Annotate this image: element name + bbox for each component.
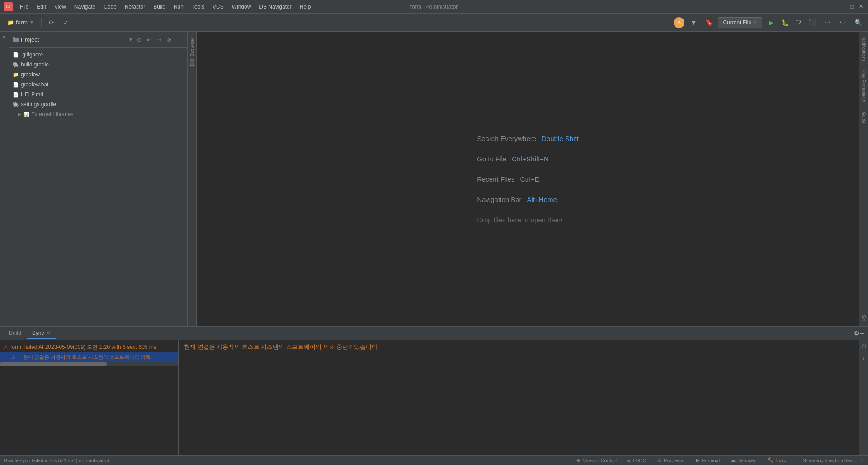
file-icon-gitignore: 📄 — [13, 52, 19, 58]
nav-bar-key: Alt+Home — [527, 196, 557, 203]
toolbar-separator-2 — [76, 18, 76, 27]
goto-file-label: Go to File — [477, 155, 506, 163]
build-left-scrollbar[interactable] — [0, 362, 178, 366]
redo-button[interactable]: ↪ — [836, 16, 849, 29]
commit-button[interactable]: ✓ — [60, 16, 72, 29]
menu-file[interactable]: File — [16, 3, 32, 11]
account-button[interactable]: ▼ — [687, 16, 700, 29]
debug-button[interactable]: 🐛 — [778, 16, 791, 29]
run-controls: ▶ 🐛 🛡 ⬛ — [765, 16, 818, 29]
statusbar-build[interactable]: 🔨 Build — [764, 457, 790, 464]
close-panel-button[interactable]: ─ — [175, 35, 184, 44]
build-log-list: ⚠ form: failed At 2023-05-09(009) 오전 1:2… — [0, 340, 179, 455]
build-item-failed[interactable]: ⚠ form: failed At 2023-05-09(009) 오전 1:2… — [0, 342, 178, 352]
statusbar-terminal[interactable]: ▶ Terminal — [692, 457, 724, 464]
menu-view[interactable]: View — [51, 3, 70, 11]
menu-edit[interactable]: Edit — [33, 3, 50, 11]
coverage-button[interactable]: 🛡 — [792, 16, 805, 29]
tree-item-gradlew-bat[interactable]: 📄 gradlew.bat — [9, 80, 187, 89]
menu-refactor[interactable]: Refactor — [121, 3, 149, 11]
scroll-end-button[interactable]: ↓ — [860, 354, 868, 362]
menu-navigate[interactable]: Navigate — [71, 3, 99, 11]
run-button[interactable]: ▶ — [765, 16, 778, 29]
sidebar-toggle-icon[interactable]: ≡ — [1, 33, 8, 41]
search-everywhere-key: Double Shift — [542, 135, 579, 142]
shortcut-search-everywhere: Search Everywhere Double Shift — [477, 135, 579, 142]
editor-content: Search Everywhere Double Shift Go to Fil… — [197, 32, 859, 326]
menu-help[interactable]: Help — [296, 3, 315, 11]
bottom-minimize-button[interactable]: ─ — [860, 330, 864, 337]
stop-button[interactable]: ⬛ — [806, 16, 818, 29]
collapse-all-button[interactable]: ⇤ — [145, 35, 154, 44]
shortcut-recent-files: Recent Files Ctrl+E — [477, 175, 539, 183]
build-item-connection-error[interactable]: ⚠ 현재 연결은 사용자의 호스트 시스템의 소프트웨어의 의해 — [0, 352, 178, 362]
locate-file-button[interactable]: ⊙ — [135, 35, 144, 44]
expand-all-button[interactable]: ⇥ — [155, 35, 164, 44]
bottom-panel: Build Sync ✕ ⚙ ─ ⚠ form: failed At 2023-… — [0, 326, 868, 455]
tree-item-help-md[interactable]: 📄 HELP.md — [9, 89, 187, 99]
statusbar-todo[interactable]: ≡ TODO — [624, 457, 650, 464]
goto-file-key: Ctrl+Shift+N — [512, 155, 549, 163]
tab-build[interactable]: Build — [4, 328, 27, 339]
statusbar-progress-indicator: ⟳ — [860, 457, 864, 463]
drop-files-text: Drop files here to open them — [477, 216, 562, 224]
file-icon-settings-gradle: 🐘 — [13, 102, 19, 108]
maximize-button[interactable]: □ — [848, 3, 855, 10]
file-icon-build-gradle: 🐘 — [13, 62, 19, 68]
vtab-key-promoter[interactable]: Key Promoter X — [860, 67, 867, 106]
vtab-guide[interactable]: Guide — [860, 108, 867, 127]
search-everywhere-button[interactable]: 🔍 — [852, 16, 864, 29]
statusbar-services[interactable]: ☁ Services — [727, 457, 760, 464]
statusbar-scanning: Scanning files to index... — [803, 458, 857, 463]
tree-arrow-external: ▶ — [18, 112, 21, 117]
vtab-notifications[interactable]: Notifications — [860, 33, 867, 65]
file-tree: 📄 .gitignore 🐘 build.gradle 📁 gradlew 📄 … — [9, 48, 187, 326]
vtab-db-browser[interactable]: DB Browser — [189, 32, 196, 71]
tree-item-gradlew[interactable]: 📁 gradlew — [9, 70, 187, 80]
right-sidebar: Notifications Key Promoter X Guide Git — [859, 32, 868, 326]
statusbar-tabs: ◉ Version Control ≡ TODO ⚠ Problems ▶ Te… — [573, 457, 864, 464]
titlebar: IJ File Edit View Navigate Code Refactor… — [0, 0, 868, 14]
minimize-button[interactable]: ─ — [839, 3, 846, 10]
bookmark-button[interactable]: 🔖 — [703, 16, 715, 29]
search-everywhere-label: Search Everywhere — [477, 135, 536, 142]
error-icon-connection: ⚠ — [11, 354, 16, 361]
services-icon: ☁ — [731, 457, 736, 463]
project-header-actions: ⊙ ⇤ ⇥ ⚙ ─ — [135, 35, 184, 44]
menu-build[interactable]: Build — [150, 3, 169, 11]
close-sync-tab-icon[interactable]: ✕ — [47, 330, 50, 335]
file-icon-help-md: 📄 — [13, 92, 19, 98]
menu-window[interactable]: Window — [228, 3, 255, 11]
tree-item-gitignore[interactable]: 📄 .gitignore — [9, 50, 187, 60]
tree-item-settings-gradle[interactable]: 🐘 settings.gradle — [9, 99, 187, 109]
statusbar-version-control[interactable]: ◉ Version Control — [573, 457, 620, 464]
panel-settings-button[interactable]: ⚙ — [165, 35, 174, 44]
project-panel: Project ▼ ⊙ ⇤ ⇥ ⚙ ─ 📄 .gitignore 🐘 build… — [9, 32, 188, 326]
tab-sync[interactable]: Sync ✕ — [27, 328, 56, 339]
build-right-panel: ⬡ ↓ — [859, 340, 868, 455]
vtab-git-toolwindow[interactable]: Git — [860, 311, 867, 324]
menu-vcs[interactable]: VCS — [209, 3, 227, 11]
undo-button[interactable]: ↩ — [821, 16, 834, 29]
tree-item-external-libraries[interactable]: ▶ 📊 External Libraries — [9, 109, 187, 119]
tree-item-build-gradle[interactable]: 🐘 build.gradle — [9, 60, 187, 70]
soft-wrap-button[interactable]: ⬡ — [860, 342, 868, 350]
file-icon-gradlew: 📁 — [13, 72, 19, 78]
main-layout: ≡ Project ▼ ⊙ ⇤ ⇥ ⚙ ─ 📄 .gitignore — [0, 32, 868, 326]
menu-run[interactable]: Run — [170, 3, 187, 11]
menu-code[interactable]: Code — [100, 3, 120, 11]
bottom-tabs: Build Sync ✕ ⚙ ─ — [0, 327, 868, 340]
project-panel-header: Project ▼ ⊙ ⇤ ⇥ ⚙ ─ — [9, 32, 187, 48]
build-icon: 🔨 — [767, 457, 774, 463]
close-button[interactable]: ✕ — [857, 3, 864, 10]
menu-db-navigator[interactable]: DB Navigator — [255, 3, 295, 11]
current-file-selector[interactable]: Current File ▼ — [718, 17, 762, 28]
nav-bar-label: Navigation Bar — [477, 196, 521, 203]
error-icon-failed: ⚠ — [4, 344, 9, 351]
bottom-settings-button[interactable]: ⚙ — [854, 330, 859, 337]
build-error-message: 현재 연결은 사용자의 호스트 시스템의 소프트웨어의 의해 중단되었습니다 — [184, 343, 377, 350]
statusbar-problems[interactable]: ⚠ Problems — [654, 457, 688, 464]
menu-tools[interactable]: Tools — [188, 3, 208, 11]
drop-files-hint: Drop files here to open them — [477, 216, 562, 224]
git-update-button[interactable]: ⟳ — [45, 16, 58, 29]
